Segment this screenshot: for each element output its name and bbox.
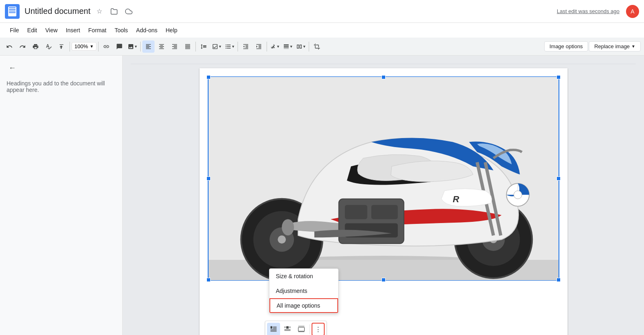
crop-button[interactable] [311, 40, 323, 53]
wrap-text-right-button[interactable] [295, 323, 308, 335]
handle-top-middle[interactable] [381, 75, 386, 79]
document-outline-sidebar: ← Headings you add to the document will … [0, 56, 123, 335]
close-outline-button[interactable]: ← [7, 62, 18, 74]
document-area: 1 2 3 4 5 6 7 [123, 56, 644, 335]
user-avatar[interactable]: A [626, 5, 639, 18]
handle-top-right[interactable] [556, 75, 561, 79]
motorcycle-image: R [209, 77, 559, 280]
zoom-chevron-icon: ▼ [90, 44, 94, 49]
svg-rect-35 [270, 326, 272, 329]
undo-button[interactable] [3, 40, 16, 53]
handle-top-left[interactable] [206, 75, 211, 79]
image-button[interactable]: ▼ [126, 40, 139, 53]
separator-3 [140, 42, 141, 51]
toolbar: 100% ▼ ▼ ▼ ▼ [0, 38, 644, 56]
svg-rect-28 [371, 205, 398, 219]
image-options-label: Image options [550, 43, 583, 49]
print-button[interactable] [29, 40, 42, 53]
decrease-indent-button[interactable] [240, 40, 252, 53]
menu-format[interactable]: Format [85, 25, 110, 35]
menu-tools[interactable]: Tools [111, 25, 131, 35]
main-layout: ← Headings you add to the document will … [0, 56, 644, 335]
bullet-list-button[interactable]: ▼ [224, 40, 236, 53]
paint-format-button[interactable] [56, 40, 68, 53]
columns-button[interactable]: ▼ [295, 40, 307, 53]
cloud-button[interactable] [123, 6, 135, 17]
increase-indent-button[interactable] [253, 40, 265, 53]
align-center-button[interactable] [155, 40, 168, 53]
context-menu-all-image-options[interactable]: All image options [269, 298, 338, 313]
line-spacing-button[interactable] [197, 40, 210, 53]
justify-button[interactable] [182, 40, 194, 53]
title-icons: ☆ [94, 6, 135, 17]
handle-bottom-left[interactable] [206, 278, 211, 282]
context-menu-adjustments[interactable]: Adjustments [269, 284, 338, 298]
highlight-color-button[interactable]: ▼ [269, 40, 281, 53]
image-options-button[interactable]: Image options [544, 41, 588, 51]
more-options-button[interactable]: ⋮ [312, 323, 325, 335]
handle-bottom-middle[interactable] [381, 278, 386, 282]
checklist-button[interactable]: ▼ [211, 40, 223, 53]
svg-point-25 [282, 219, 294, 236]
separator-4 [195, 42, 196, 51]
menu-addons[interactable]: Add-ons [133, 25, 161, 35]
zoom-value: 100% [74, 43, 88, 49]
selected-image-container[interactable]: R [208, 76, 559, 281]
last-edit-text[interactable]: Last edit was seconds ago [557, 8, 619, 14]
align-left-button[interactable] [142, 40, 155, 53]
wrap-text-center-button[interactable] [281, 323, 294, 335]
separator-7 [309, 42, 309, 51]
folder-button[interactable] [108, 6, 120, 17]
align-right-button[interactable] [168, 40, 181, 53]
wrap-text-left-button[interactable] [267, 323, 280, 335]
menu-bar: File Edit View Insert Format Tools Add-o… [0, 23, 644, 38]
separator-2 [98, 42, 99, 51]
svg-rect-49 [298, 328, 304, 331]
svg-text:R: R [453, 194, 459, 204]
svg-point-20 [278, 235, 286, 243]
spellcheck-button[interactable] [43, 40, 55, 53]
star-button[interactable]: ☆ [94, 6, 105, 17]
handle-middle-left[interactable] [206, 176, 211, 181]
zoom-selector[interactable]: 100% ▼ [72, 42, 96, 51]
handle-bottom-right[interactable] [556, 278, 561, 282]
menu-edit[interactable]: Edit [24, 25, 40, 35]
separator-1 [70, 42, 70, 51]
redo-button[interactable] [16, 40, 29, 53]
line-style-button[interactable]: ▼ [282, 40, 294, 53]
context-menu-size-rotation[interactable]: Size & rotation [269, 269, 338, 284]
replace-image-button[interactable]: Replace image ▼ [589, 41, 641, 51]
replace-image-chevron-icon: ▼ [631, 44, 635, 49]
more-options-icon: ⋮ [315, 326, 321, 333]
menu-insert[interactable]: Insert [63, 25, 83, 35]
doc-title[interactable]: Untitled document [25, 7, 90, 16]
app-icon [5, 4, 20, 19]
svg-rect-42 [286, 326, 289, 329]
svg-rect-27 [345, 205, 367, 219]
handle-middle-right[interactable] [556, 176, 561, 181]
outline-empty-text: Headings you add to the document will ap… [7, 80, 116, 93]
document-page: R Size & rotation Adjustments [200, 68, 568, 335]
image-positioning-toolbar: ⋮ [265, 321, 327, 335]
menu-view[interactable]: View [42, 25, 61, 35]
separator-5 [238, 42, 238, 51]
menu-file[interactable]: File [7, 25, 22, 35]
menu-help[interactable]: Help [162, 25, 181, 35]
svg-point-33 [514, 191, 522, 199]
comment-button[interactable] [113, 40, 126, 53]
separator-6 [267, 42, 267, 51]
link-button[interactable] [100, 40, 112, 53]
img-toolbar-separator [310, 324, 310, 334]
account-buttons: A [626, 5, 639, 18]
context-menu: Size & rotation Adjustments All image op… [269, 268, 339, 313]
ruler: 1 2 3 4 5 6 7 [131, 64, 636, 64]
title-bar: Untitled document ☆ Last edit was second… [0, 0, 644, 23]
replace-image-label: Replace image [594, 43, 630, 49]
